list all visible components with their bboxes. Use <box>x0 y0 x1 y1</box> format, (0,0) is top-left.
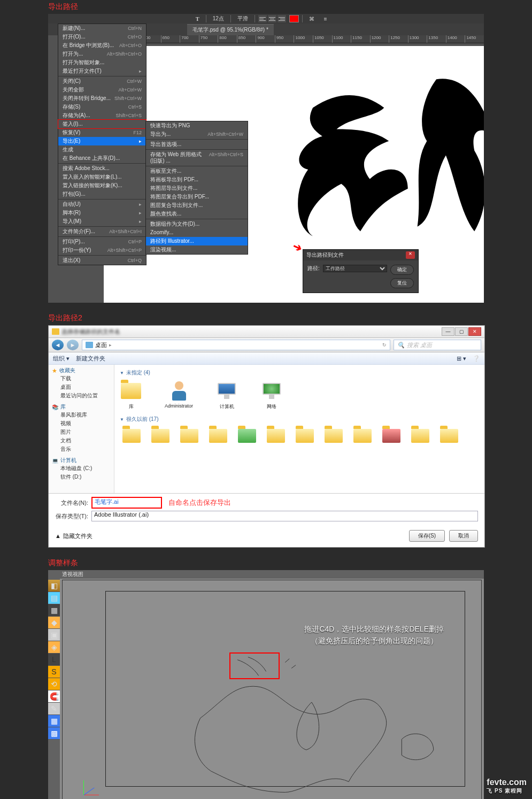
menu-item[interactable]: 脚本(R)▸ <box>58 209 146 217</box>
menu-item[interactable]: 自动(U)▸ <box>58 200 146 209</box>
submenu-item[interactable]: 快速导出为 PNG <box>146 121 248 130</box>
submenu-item[interactable]: 图层复合导出到文件... <box>146 201 248 210</box>
list-item[interactable]: 库 <box>120 380 142 410</box>
menu-item[interactable]: 文件简介(F)...Alt+Shift+Ctrl+I <box>58 227 146 236</box>
submenu-item[interactable]: 导出首选项... <box>146 140 248 149</box>
menu-item[interactable]: 打开为智能对象... <box>58 58 146 67</box>
menu-item[interactable]: 搜索 Adobe Stock... <box>58 164 146 173</box>
sidebar-item[interactable]: 下载 <box>52 374 111 383</box>
tool-icon[interactable]: S <box>48 666 60 678</box>
menu-item[interactable]: 置入嵌入的智能对象(L)... <box>58 173 146 181</box>
submenu-item[interactable]: 颜色查找表... <box>146 210 248 218</box>
menu-item[interactable]: 生成 <box>58 145 146 154</box>
submenu-item[interactable]: Zoomify... <box>146 228 248 237</box>
list-item[interactable]: Administrator <box>165 380 193 410</box>
submenu-item[interactable]: 导出为...Alt+Shift+Ctrl+W <box>146 130 248 139</box>
type-tool-icon[interactable]: T <box>192 16 203 22</box>
sidebar-favorites[interactable]: ★收藏夹 <box>52 367 111 374</box>
menu-item[interactable]: 打印(P)...Ctrl+P <box>58 237 146 246</box>
cube-icon[interactable]: ◧ <box>48 580 60 592</box>
snap-icon[interactable]: 🧲 <box>48 690 60 703</box>
close-icon[interactable]: ✕ <box>468 327 481 336</box>
menu-item[interactable]: 恢复(V)F12 <box>58 128 146 137</box>
help-icon[interactable]: ❔ <box>473 355 480 362</box>
font-size[interactable]: 12点 <box>210 15 227 22</box>
group-header[interactable]: ▼很久以前 (17) <box>120 416 479 423</box>
chevron-right-icon[interactable]: ▸ <box>109 342 112 348</box>
close-icon[interactable]: ✕ <box>406 251 415 259</box>
sidebar-item[interactable]: 本地磁盘 (C:) <box>52 464 111 473</box>
path-select[interactable]: 工作路径 <box>323 265 387 272</box>
submenu-item[interactable]: 数据组作为文件(D)... <box>146 220 248 228</box>
menu-item[interactable]: 关闭(C)Ctrl+W <box>58 77 146 86</box>
tool-icon[interactable]: ✎ <box>48 703 60 715</box>
list-item[interactable] <box>206 424 230 448</box>
save-button[interactable]: 保存(S) <box>409 530 445 542</box>
sidebar-item[interactable]: 文档 <box>52 436 111 445</box>
list-item[interactable]: 网络 <box>260 380 283 410</box>
document-tab[interactable]: 毛笔字.psd @ 95.1%(RGB/8#) * <box>187 24 274 35</box>
tool-icon[interactable]: ▩ <box>48 727 60 740</box>
list-item[interactable] <box>264 424 288 448</box>
menu-item[interactable]: 最近打开文件(T)▸ <box>58 67 146 75</box>
tool-icon[interactable]: ▦ <box>48 604 60 617</box>
menu-item[interactable]: 打开为...Alt+Shift+Ctrl+O <box>58 50 146 58</box>
tool-icon[interactable]: ▦ <box>48 715 60 727</box>
sidebar-item[interactable]: 最近访问的位置 <box>52 391 111 400</box>
menu-item[interactable]: 打印一份(Y)Alt+Shift+Ctrl+P <box>58 246 146 255</box>
menu-item[interactable]: 关闭全部Alt+Ctrl+W <box>58 86 146 94</box>
hide-folders-toggle[interactable]: ▲隐藏文件夹 <box>55 532 92 540</box>
menu-item[interactable]: 打包(G)... <box>58 190 146 198</box>
align-center-icon[interactable] <box>268 15 276 22</box>
forward-button[interactable]: ► <box>67 340 79 350</box>
list-item[interactable] <box>235 424 259 448</box>
sidebar-item[interactable]: 视频 <box>52 419 111 428</box>
tool-icon[interactable]: ◆ <box>48 617 60 629</box>
list-item[interactable] <box>120 424 143 448</box>
menu-item[interactable]: 退出(X)Ctrl+Q <box>58 256 146 265</box>
warp-text-icon[interactable]: ⌘ <box>306 16 318 22</box>
sidebar-item[interactable]: 音乐 <box>52 445 111 454</box>
menu-item[interactable]: 签入(I)... <box>58 120 146 128</box>
filename-input[interactable]: 毛笔字.ai <box>91 497 162 509</box>
submenu-item[interactable]: 将画板导出到 PDF... <box>146 175 248 184</box>
refresh-icon[interactable]: ↻ <box>382 342 387 348</box>
tool-icon[interactable]: ▤ <box>48 592 60 604</box>
reset-button[interactable]: 复位 <box>390 278 414 288</box>
list-item[interactable] <box>149 424 172 448</box>
text-color-swatch[interactable] <box>289 15 299 22</box>
viewport[interactable]: 拖进C4D，选中比较细的样条按DELE删掉 （避免挤压后的给予倒角出现的问题） <box>62 580 482 799</box>
submenu-item[interactable]: 将图层导出到文件... <box>146 184 248 193</box>
menu-item[interactable]: 关闭并转到 Bridge...Shift+Ctrl+W <box>58 94 146 103</box>
move-tool-icon[interactable]: L <box>48 654 60 666</box>
list-item[interactable] <box>408 424 432 448</box>
menu-item[interactable]: 置入链接的智能对象(K)... <box>58 181 146 190</box>
antialias[interactable]: 平滑 <box>234 15 251 22</box>
align-left-icon[interactable] <box>258 15 267 22</box>
menu-item[interactable]: 导入(M)▸ <box>58 217 146 226</box>
menu-item[interactable]: 存储(S)Ctrl+S <box>58 103 146 111</box>
list-item[interactable] <box>293 424 317 448</box>
menu-item[interactable]: 在 Bridge 中浏览(B)...Alt+Ctrl+O <box>58 41 146 50</box>
submenu-item[interactable]: 存储为 Web 所用格式 (旧版) ...Alt+Shift+Ctrl+S <box>146 150 248 165</box>
align-right-icon[interactable] <box>277 15 286 22</box>
tool-icon[interactable]: ⟲ <box>48 678 60 690</box>
submenu-item[interactable]: 画板至文件... <box>146 167 248 175</box>
menu-item[interactable]: 导出(E)▸ <box>58 137 146 145</box>
menu-item[interactable]: 在 Behance 上共享(D)... <box>58 154 146 163</box>
back-button[interactable]: ◄ <box>52 340 64 350</box>
search-input[interactable]: 🔍 搜索 桌面 <box>394 340 481 350</box>
sidebar-computer[interactable]: 💻 计算机 <box>52 457 111 464</box>
list-item[interactable]: 计算机 <box>215 380 238 410</box>
submenu-item[interactable]: 路径到 Illustrator... <box>146 237 248 245</box>
tool-icon[interactable]: ◈ <box>48 641 60 654</box>
list-item[interactable] <box>322 424 345 448</box>
menu-item[interactable]: 存储为(A)...Shift+Ctrl+S <box>58 111 146 120</box>
submenu-item[interactable]: 将图层复合导出到 PDF... <box>146 193 248 201</box>
submenu-item[interactable]: 渲染视频... <box>146 245 248 254</box>
minimize-icon[interactable]: — <box>442 327 454 336</box>
menu-item[interactable]: 打开(O)...Ctrl+O <box>58 33 146 41</box>
sidebar-item[interactable]: 软件 (D:) <box>52 473 111 481</box>
list-item[interactable] <box>380 424 403 448</box>
group-header[interactable]: ▼未指定 (4) <box>120 369 479 377</box>
